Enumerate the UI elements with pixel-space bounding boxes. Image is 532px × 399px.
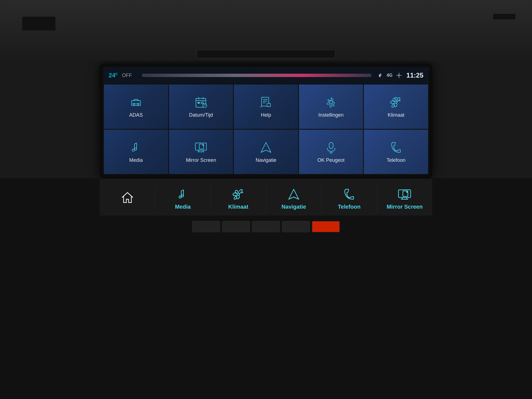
clock-display: 11:25 (406, 71, 423, 79)
telefoon-label: Telefoon (387, 157, 405, 163)
grid-item-telefoon[interactable]: Telefoon (364, 130, 428, 174)
grid-item-mirror-screen[interactable]: Mirror Screen (169, 130, 233, 174)
ac-status: OFF (122, 73, 132, 78)
klimaat-label: Klimaat (388, 112, 404, 118)
bottom-mirror-screen-button[interactable]: Mirror Screen (377, 184, 432, 213)
status-icons: 4G (377, 72, 402, 78)
physical-buttons-row (192, 221, 340, 232)
bottom-navigation: Media Klimaat Navigatie (100, 178, 432, 216)
svg-rect-2 (132, 101, 140, 106)
physical-btn-3[interactable] (252, 221, 280, 232)
svg-point-22 (329, 101, 333, 104)
datum-tijd-label: Datum/Tijd (189, 112, 213, 118)
svg-rect-36 (329, 142, 333, 149)
ok-peugeot-label: OK Peugeot (318, 157, 345, 163)
bottom-media-label: Media (175, 204, 191, 210)
media-label: Media (129, 157, 143, 163)
svg-point-3 (133, 103, 135, 105)
svg-point-43 (181, 195, 183, 197)
bottom-nav-icon (287, 187, 301, 201)
bluetooth-icon (377, 72, 383, 78)
grid-item-datum-tijd[interactable]: Datum/Tijd (169, 85, 233, 129)
bottom-navigatie-button[interactable]: Navigatie (266, 184, 322, 213)
svg-point-28 (132, 149, 134, 151)
vent-center (197, 50, 335, 58)
infotainment-screen: 24c OFF 4G 11:25 (103, 67, 429, 175)
settings-icon (324, 96, 338, 109)
media-music-icon (129, 141, 143, 154)
grid-item-ok-peugeot[interactable]: OK Peugeot (299, 130, 363, 174)
climate-slider[interactable] (142, 74, 372, 77)
car-interior-top (0, 0, 532, 61)
svg-rect-10 (198, 102, 200, 104)
navigation-icon (259, 141, 273, 154)
mirror-screen-icon (194, 141, 208, 154)
grid-item-klimaat[interactable]: Klimaat (364, 85, 428, 129)
help-icon: i (259, 96, 273, 109)
svg-point-29 (134, 148, 137, 150)
vent-right (493, 14, 515, 19)
svg-line-24 (399, 100, 400, 101)
physical-btn-red[interactable] (312, 221, 340, 232)
home-icon (120, 190, 135, 205)
grid-item-adas[interactable]: ADAS (104, 85, 168, 129)
bottom-klimaat-button[interactable]: Klimaat (211, 184, 266, 213)
bottom-telefoon-button[interactable]: Telefoon (322, 184, 377, 213)
adas-icon (129, 96, 143, 109)
svg-point-42 (179, 196, 181, 198)
svg-line-27 (134, 143, 137, 144)
bottom-home-button[interactable] (100, 188, 155, 210)
screen-bezel: 24c OFF 4G 11:25 (100, 64, 432, 178)
svg-marker-46 (289, 189, 299, 199)
bottom-klimaat-label: Klimaat (228, 204, 248, 210)
status-bar: 24c OFF 4G 11:25 (103, 67, 429, 84)
bottom-music-icon (176, 187, 190, 201)
physical-btn-1[interactable] (192, 221, 220, 232)
svg-rect-11 (201, 102, 203, 104)
bottom-telefoon-label: Telefoon (338, 204, 360, 210)
network-icon: 4G (387, 73, 392, 78)
app-grid: ADAS Datum/Tijd (103, 84, 429, 175)
bottom-fan-icon (231, 187, 245, 201)
help-label: Help (261, 112, 271, 118)
grid-item-help[interactable]: i Help (234, 85, 298, 129)
grid-item-media[interactable]: Media (104, 130, 168, 174)
instellingen-label: Instellingen (318, 112, 344, 118)
bottom-mirror-screen-label: Mirror Screen (387, 204, 423, 210)
bottom-phone-icon (342, 187, 356, 201)
phone-icon (389, 141, 403, 154)
bottom-area: Media Klimaat Navigatie (0, 178, 532, 399)
svg-line-45 (242, 192, 243, 193)
svg-text:i: i (268, 104, 269, 107)
grid-item-instellingen[interactable]: Instellingen (299, 85, 363, 129)
gps-icon (396, 72, 402, 78)
physical-btn-2[interactable] (222, 221, 250, 232)
adas-label: ADAS (129, 112, 143, 118)
fan-icon (389, 96, 403, 109)
physical-btn-4[interactable] (282, 221, 310, 232)
calendar-icon (194, 96, 208, 109)
mirror-screen-label: Mirror Screen (186, 157, 216, 163)
bottom-mirror-icon (397, 187, 412, 201)
bottom-media-button[interactable]: Media (155, 184, 211, 213)
svg-point-1 (398, 75, 400, 76)
temperature-display: 24c (109, 71, 117, 79)
vent-left (22, 17, 55, 30)
bottom-navigatie-label: Navigatie (282, 204, 306, 210)
svg-point-4 (137, 103, 139, 105)
grid-item-navigatie[interactable]: Navigatie (234, 130, 298, 174)
microphone-icon (324, 141, 338, 154)
svg-marker-35 (261, 142, 271, 152)
navigatie-label: Navigatie (255, 157, 276, 163)
